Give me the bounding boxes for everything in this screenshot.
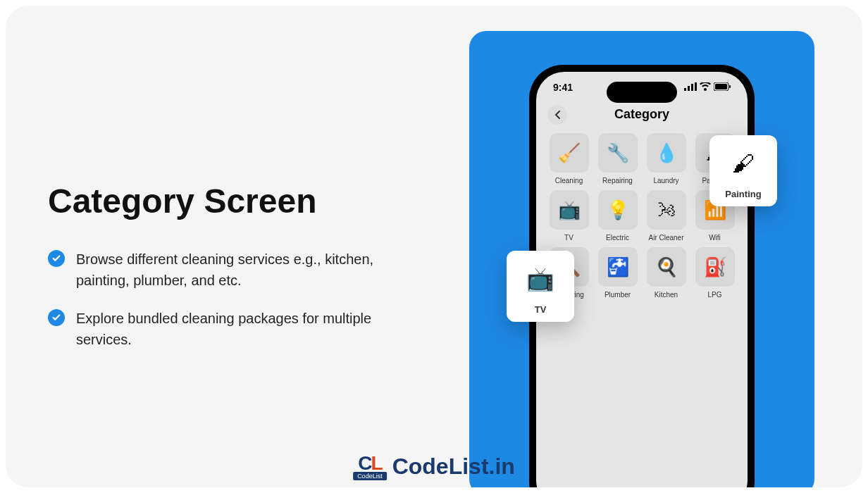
phone-frame: 9:41 [529, 65, 755, 487]
footer-logo: CL CodeList CodeList.in [353, 452, 515, 480]
phone-page-title: Category [614, 107, 669, 122]
category-label: Kitchen [655, 291, 678, 299]
category-plumber[interactable]: 🚰Plumber [595, 247, 640, 299]
cleaning-icon: 🧹 [550, 133, 589, 173]
category-electric[interactable]: 💡Electric [595, 190, 640, 242]
category-label: Repairing [602, 177, 633, 185]
logo-mark: CL CodeList [353, 452, 387, 480]
repairing-icon: 🔧 [598, 133, 638, 173]
category-label: Wifi [709, 234, 721, 242]
plumber-icon: 🚰 [598, 247, 638, 287]
tv-icon: 📺 [519, 258, 562, 300]
right-panel: 9:41 [469, 31, 814, 487]
left-panel: Category Screen Browse different cleanin… [48, 182, 400, 367]
bullet-item: Browse different cleaning services e.g.,… [48, 249, 400, 291]
painting-icon: 🖌 [722, 142, 764, 185]
laundry-icon: 💧 [647, 133, 686, 173]
page-container: Category Screen Browse different cleanin… [0, 0, 868, 493]
svg-rect-5 [715, 84, 727, 89]
svg-rect-2 [691, 84, 693, 91]
signal-icon [684, 82, 697, 93]
phone-notch [607, 82, 677, 103]
category-label: Laundry [653, 177, 678, 185]
category-label: Air Cleaner [648, 234, 683, 242]
tv-icon: 📺 [550, 190, 589, 230]
category-repairing[interactable]: 🔧Repairing [595, 133, 640, 185]
wifi-icon [700, 82, 711, 93]
popup-label: TV [535, 304, 547, 315]
bullet-text: Browse different cleaning services e.g.,… [76, 249, 400, 291]
lpg-icon: ⛽ [695, 247, 735, 287]
bullet-text: Explore bundled cleaning packages for mu… [76, 308, 400, 350]
category-label: Plumber [604, 291, 631, 299]
back-button[interactable] [547, 105, 567, 125]
aircleaner-icon: 🌬 [647, 190, 686, 230]
svg-rect-3 [695, 82, 697, 91]
category-label: Cleaning [555, 177, 583, 185]
logo-sub: CodeList [353, 472, 387, 480]
footer-brand-text: CodeList.in [392, 454, 515, 480]
status-icons [684, 82, 731, 93]
svg-rect-6 [729, 85, 731, 88]
kitchen-icon: 🍳 [647, 247, 686, 287]
category-label: LPG [707, 291, 721, 299]
category-kitchen[interactable]: 🍳Kitchen [643, 247, 689, 299]
category-label: TV [564, 234, 574, 242]
battery-icon [714, 82, 731, 93]
svg-rect-1 [688, 86, 690, 91]
category-cleaning[interactable]: 🧹Cleaning [546, 133, 592, 185]
category-lpg[interactable]: ⛽LPG [692, 247, 738, 299]
svg-rect-0 [684, 88, 686, 91]
main-card: Category Screen Browse different cleanin… [6, 6, 862, 487]
electric-icon: 💡 [598, 190, 638, 230]
category-tv[interactable]: 📺TV [546, 190, 592, 242]
status-time: 9:41 [553, 82, 573, 93]
check-icon [48, 250, 65, 267]
page-title: Category Screen [48, 182, 400, 220]
category-laundry[interactable]: 💧Laundry [643, 133, 689, 185]
popup-label: Painting [725, 189, 761, 199]
popup-painting-card[interactable]: 🖌 Painting [709, 135, 777, 206]
category-aircleaner[interactable]: 🌬Air Cleaner [643, 190, 689, 242]
category-label: Electric [606, 234, 629, 242]
bullet-item: Explore bundled cleaning packages for mu… [48, 308, 400, 350]
popup-tv-card[interactable]: 📺 TV [507, 251, 574, 322]
check-icon [48, 309, 65, 326]
